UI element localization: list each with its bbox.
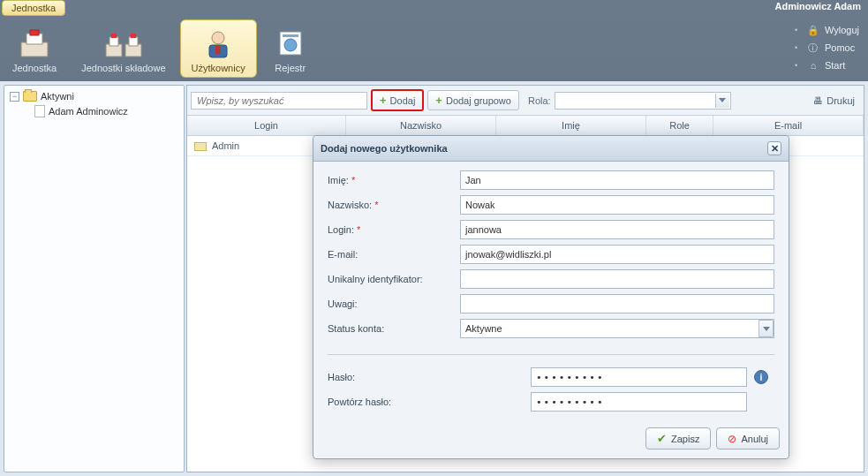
svg-rect-11 (215, 45, 221, 54)
start-link[interactable]: •⌂Start (793, 57, 861, 74)
role-select[interactable] (555, 92, 731, 110)
page-icon (34, 105, 45, 117)
cancel-button[interactable]: ⊘Anuluj (716, 427, 780, 450)
svg-rect-2 (30, 30, 39, 35)
label-email: E-mail: (328, 249, 460, 260)
home-icon: ⌂ (807, 59, 819, 72)
buildings-icon (104, 26, 143, 61)
add-button[interactable]: +Dodaj (371, 89, 424, 111)
chevron-down-icon (715, 94, 729, 108)
svg-marker-15 (719, 98, 726, 102)
search-input[interactable] (191, 92, 367, 110)
uid-field[interactable] (460, 269, 774, 289)
svg-rect-8 (131, 34, 136, 38)
save-button[interactable]: ✔Zapisz (645, 427, 711, 450)
dialog-title: Dodaj nowego użytkownika (321, 143, 448, 154)
tree-child-label: Adam Adminowicz (49, 106, 128, 117)
dialog-titlebar[interactable]: Dodaj nowego użytkownika ✕ (313, 136, 789, 162)
svg-rect-14 (283, 34, 298, 37)
password-field[interactable] (531, 367, 747, 387)
svg-point-9 (212, 32, 224, 44)
info-icon: ⓘ (807, 42, 819, 54)
ribbon-item-rejestr[interactable]: Rejestr (260, 19, 321, 78)
status-select[interactable] (460, 319, 774, 338)
label-nazwisko: Nazwisko: * (328, 200, 460, 210)
close-button[interactable]: ✕ (767, 141, 781, 155)
info-icon[interactable]: i (754, 370, 768, 384)
label-uwagi: Uwagi: (328, 298, 460, 309)
side-links: •🔒Wyloguj •ⓘPomoc •⌂Start (793, 21, 861, 74)
label-login: Login: * (328, 224, 460, 235)
col-email[interactable]: E-mail (713, 116, 864, 135)
chevron-down-icon (759, 320, 774, 337)
ribbon-item-uzytkownicy[interactable]: Użytkownicy (180, 19, 257, 78)
label-imie: Imię: * (328, 175, 460, 185)
add-user-dialog: Dodaj nowego użytkownika ✕ Imię: * Nazwi… (313, 135, 789, 459)
app-tab[interactable]: Jednostka (2, 0, 65, 16)
tree-root-label: Aktywni (41, 91, 74, 102)
check-icon: ✔ (657, 432, 667, 445)
ribbon-item-jednostki-skladowe[interactable]: Jednostki składowe (71, 19, 176, 78)
grid-header: Login Nazwisko Imię Role E-mail (187, 116, 864, 136)
logout-link[interactable]: •🔒Wyloguj (793, 21, 861, 39)
lock-icon: 🔒 (807, 24, 819, 36)
folder-icon (23, 91, 37, 102)
role-label: Rola: (528, 95, 551, 106)
uwagi-field[interactable] (460, 294, 774, 314)
ribbon-item-jednostka[interactable]: Jednostka (2, 19, 67, 78)
svg-rect-7 (111, 34, 117, 38)
building-icon (15, 26, 54, 61)
svg-rect-6 (129, 37, 138, 46)
divider (328, 354, 774, 355)
collapse-icon[interactable]: − (10, 92, 19, 102)
card-icon (194, 142, 207, 151)
tree-child-node[interactable]: Adam Adminowicz (6, 103, 182, 119)
label-status: Status konta: (328, 323, 460, 334)
svg-marker-16 (763, 327, 770, 331)
password-repeat-field[interactable] (531, 392, 747, 412)
user-icon (199, 26, 238, 61)
col-login[interactable]: Login (187, 116, 346, 135)
tree-panel: − Aktywni Adam Adminowicz (4, 85, 185, 472)
cancel-icon: ⊘ (728, 433, 736, 445)
tree-root-node[interactable]: − Aktywni (6, 89, 182, 103)
app-tab-label: Jednostka (2, 0, 65, 16)
label-haslo: Hasło: (328, 372, 531, 382)
current-user-label: Adminowicz Adam (775, 1, 861, 11)
label-haslo2: Powtórz hasło: (328, 397, 531, 407)
col-role[interactable]: Role (646, 116, 713, 135)
dialog-footer: ✔Zapisz ⊘Anuluj (313, 422, 789, 458)
dialog-body: Imię: * Nazwisko: * Login: * E-mail: Uni… (313, 162, 789, 422)
nazwisko-field[interactable] (460, 195, 774, 215)
label-uid: Unikalny identyfikator: (328, 274, 460, 284)
login-field[interactable] (460, 220, 774, 239)
imie-field[interactable] (460, 170, 774, 190)
plus-icon: + (380, 94, 387, 107)
col-imie[interactable]: Imię (496, 116, 646, 135)
close-icon: ✕ (771, 143, 779, 155)
plus-icon: + (435, 94, 442, 107)
help-link[interactable]: •ⓘPomoc (793, 39, 861, 57)
svg-rect-5 (109, 37, 118, 46)
ribbon: Jednostka Jednostki składowe Użytkownicy… (0, 16, 868, 81)
email-field[interactable] (460, 245, 774, 264)
grid-toolbar: +Dodaj +Dodaj grupowo Rola: 🖶Drukuj (187, 86, 864, 116)
svg-point-13 (284, 39, 297, 51)
add-group-button[interactable]: +Dodaj grupowo (427, 90, 519, 110)
print-button[interactable]: 🖶Drukuj (808, 93, 860, 109)
printer-icon: 🖶 (813, 95, 823, 106)
col-nazwisko[interactable]: Nazwisko (346, 116, 496, 135)
register-icon (271, 26, 310, 61)
